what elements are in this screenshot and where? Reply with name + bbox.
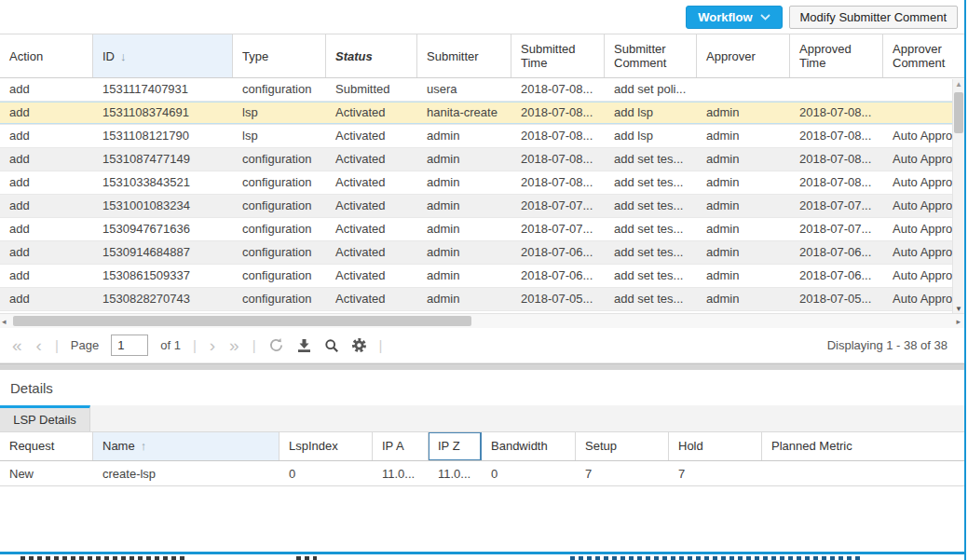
table-cell: configuration: [233, 148, 326, 171]
cell-hold: 7: [669, 461, 762, 485]
column-header-hold[interactable]: Hold: [669, 432, 762, 460]
lsp-details-row[interactable]: New create-lsp 0 11.0... 11.0... 0 7 7: [0, 461, 964, 486]
table-cell: admin: [417, 241, 511, 264]
cell-planned-metric: [762, 461, 964, 485]
table-row[interactable]: add1531108121790lspActivatedadmin2018-07…: [0, 125, 964, 148]
last-page-button[interactable]: »: [228, 336, 240, 354]
settings-button[interactable]: [351, 337, 367, 353]
table-cell: 2018-07-06...: [511, 265, 605, 287]
table-row[interactable]: add1531001083234configurationActivatedad…: [0, 195, 964, 218]
column-header-setup[interactable]: Setup: [576, 432, 669, 460]
first-page-button[interactable]: «: [11, 336, 23, 354]
column-header-name[interactable]: Name↑: [93, 432, 279, 460]
table-cell: add: [0, 125, 93, 147]
table-row[interactable]: add1531087477149configurationActivatedad…: [0, 148, 964, 171]
table-cell: admin: [417, 218, 511, 240]
table-cell: add lsp: [605, 125, 697, 147]
table-cell: 2018-07-06...: [790, 241, 883, 264]
workflow-button[interactable]: Workflow: [686, 6, 782, 29]
table-cell: 2018-07-05...: [511, 288, 605, 310]
table-row[interactable]: add1530914684887configurationActivatedad…: [0, 241, 964, 265]
table-cell: configuration: [233, 195, 326, 217]
table-cell: configuration: [233, 218, 326, 240]
vertical-scrollbar[interactable]: ▲ ▼: [952, 79, 964, 314]
column-header-request[interactable]: Request: [0, 432, 93, 460]
table-cell: Activated: [326, 195, 417, 217]
search-button[interactable]: [324, 338, 339, 353]
clipped-footer-content: [20, 556, 188, 560]
scroll-up-icon[interactable]: ▲: [953, 80, 964, 89]
page-input[interactable]: [111, 335, 148, 356]
table-cell: 2018-07-06...: [511, 241, 605, 264]
table-cell: add set tes...: [605, 195, 697, 217]
download-icon: [296, 338, 312, 353]
sort-desc-icon: ↓: [120, 49, 127, 63]
gear-icon: [351, 337, 367, 353]
table-row[interactable]: add1531117407931configurationSubmittedus…: [0, 78, 964, 102]
scroll-down-icon[interactable]: ▼: [953, 305, 964, 313]
table-cell: configuration: [233, 265, 326, 287]
table-cell: admin: [417, 288, 511, 310]
modify-submitter-comment-button[interactable]: Modify Submitter Comment: [789, 6, 959, 29]
table-cell: add: [0, 265, 93, 287]
panel-divider[interactable]: [0, 363, 964, 370]
table-cell: admin: [697, 288, 790, 310]
vertical-scrollbar-thumb[interactable]: [954, 92, 963, 133]
horizontal-scrollbar-thumb[interactable]: [13, 316, 471, 326]
column-header-submitter[interactable]: Submitter: [417, 34, 511, 77]
table-cell: lsp: [233, 102, 326, 124]
refresh-button[interactable]: [268, 337, 284, 353]
table-cell: admin: [417, 148, 511, 171]
prev-page-button[interactable]: ‹: [35, 336, 43, 354]
table-row[interactable]: add1531108374691lspActivatedhanita-creat…: [0, 102, 964, 125]
column-header-approver-comment[interactable]: Approver Comment: [883, 34, 964, 77]
column-header-planned-metric[interactable]: Planned Metric: [762, 432, 964, 460]
table-cell: 1531001083234: [93, 195, 233, 217]
table-cell: Submitted: [326, 78, 417, 101]
column-header-ip-z[interactable]: IP Z: [429, 432, 482, 460]
column-header-status[interactable]: Status: [326, 34, 417, 77]
table-row[interactable]: add1530947671636configurationActivatedad…: [0, 218, 964, 241]
modify-button-label: Modify Submitter Comment: [800, 10, 948, 24]
column-header-submitted-time[interactable]: Submitted Time: [511, 34, 605, 77]
table-cell: 2018-07-08...: [511, 78, 605, 101]
column-header-id[interactable]: ID↓: [93, 34, 233, 77]
column-header-type[interactable]: Type: [233, 34, 326, 77]
table-cell: 2018-07-08...: [511, 148, 605, 171]
chevron-down-icon: [760, 14, 770, 20]
table-cell: add set tes...: [605, 241, 697, 264]
toolbar-separator: |: [252, 337, 256, 353]
column-header-submitter-comment[interactable]: Submitter Comment: [605, 34, 697, 77]
table-cell: admin: [697, 241, 790, 264]
table-cell: admin: [697, 125, 790, 147]
table-row[interactable]: add1531033843521configurationActivatedad…: [0, 171, 964, 195]
column-header-ip-a[interactable]: IP A: [373, 432, 429, 460]
table-cell: 1531108374691: [93, 102, 233, 124]
table-cell: 2018-07-07...: [790, 218, 883, 240]
column-header-approved-time[interactable]: Approved Time: [790, 34, 883, 77]
table-row[interactable]: add1530861509337configurationActivatedad…: [0, 265, 964, 288]
column-header-lspindex[interactable]: LspIndex: [279, 432, 373, 460]
horizontal-scrollbar[interactable]: ◂ ▸: [0, 313, 964, 328]
download-button[interactable]: [296, 338, 312, 353]
table-cell: 1530828270743: [93, 288, 233, 310]
scroll-left-icon[interactable]: ◂: [2, 317, 7, 326]
scroll-right-icon[interactable]: ▸: [956, 317, 961, 326]
column-header-bandwidth[interactable]: Bandwidth: [482, 432, 576, 460]
table-cell: 2018-07-07...: [511, 218, 605, 240]
table-cell: configuration: [233, 288, 326, 310]
table-row[interactable]: add1530828270743configurationActivatedad…: [0, 288, 964, 311]
toolbar-separator: |: [193, 337, 197, 353]
clipped-footer-content: [570, 556, 864, 560]
next-page-button[interactable]: ›: [209, 336, 216, 354]
table-cell: add: [0, 218, 93, 240]
column-header-action[interactable]: Action: [0, 34, 93, 77]
table-cell: 2018-07-07...: [511, 195, 605, 217]
table-cell: add set tes...: [605, 218, 697, 240]
tab-lsp-details[interactable]: LSP Details: [0, 405, 90, 431]
column-header-approver[interactable]: Approver: [697, 34, 790, 77]
table-cell: admin: [697, 195, 790, 217]
table-cell: configuration: [233, 171, 326, 194]
table-cell: configuration: [233, 78, 326, 101]
table-cell: 2018-07-08...: [790, 102, 883, 124]
